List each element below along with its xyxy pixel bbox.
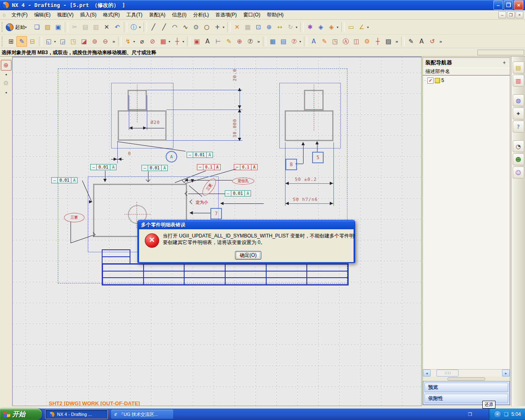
- navigator-hscrollbar[interactable]: ◂ ▸: [423, 369, 510, 377]
- snap-point-button[interactable]: ⚙: [1, 78, 11, 89]
- dimension-text-20[interactable]: 20.0: [232, 68, 237, 81]
- minimize-button[interactable]: –: [493, 0, 503, 10]
- view-dropdown[interactable]: ▾: [294, 22, 299, 32]
- red-note[interactable]: 定为小: [196, 200, 208, 205]
- dimension-dropdown[interactable]: ▾: [132, 36, 137, 47]
- dock-collapse-arrow[interactable]: ◂: [1, 71, 11, 77]
- edit-dimension-button[interactable]: ◳: [330, 36, 340, 47]
- view-boundary-button[interactable]: ◫: [351, 36, 362, 47]
- window-titlebar[interactable]: NX 4 - Drafting - [5.prt （修改的） ] – ❐ ×: [0, 0, 525, 10]
- panel-splitter[interactable]: [423, 377, 510, 381]
- profile-button[interactable]: ╱: [148, 22, 159, 32]
- surface-finish-button[interactable]: ✎: [224, 36, 234, 47]
- zoom-window-button[interactable]: ⊡: [253, 22, 264, 32]
- new-file-button[interactable]: ❏: [32, 22, 42, 32]
- network-icon[interactable]: ❑: [504, 411, 509, 417]
- edit-leader-button[interactable]: ⚙: [362, 36, 372, 47]
- scroll-right-button[interactable]: ▸: [502, 370, 510, 377]
- view-overflow[interactable]: »: [111, 36, 117, 47]
- zoom-in-out-button[interactable]: ⊕: [264, 22, 274, 32]
- fit-view-button[interactable]: ✕: [232, 22, 242, 32]
- scroll-left-button[interactable]: ◂: [423, 370, 431, 377]
- menu-file[interactable]: 文件(F): [8, 10, 31, 20]
- clock-icon[interactable]: ◔: [513, 140, 524, 152]
- datum-feature-symbol[interactable]: A: [166, 151, 177, 162]
- detail-view-button[interactable]: ⊚: [89, 36, 100, 47]
- edit-overflow[interactable]: »: [394, 36, 400, 47]
- measure-dropdown[interactable]: ▾: [365, 22, 370, 32]
- dimension-text-50fit[interactable]: 50 h7/n6: [293, 197, 318, 202]
- system-menu-icon[interactable]: ⌂: [0, 12, 8, 18]
- edit-sheet-button[interactable]: ✎: [16, 36, 27, 47]
- preview-panel-bar[interactable]: 预览: [425, 383, 508, 392]
- toolbar-grip-2[interactable]: [2, 37, 4, 46]
- save-file-button[interactable]: ▣: [53, 22, 64, 32]
- centerline-dropdown[interactable]: ▾: [181, 36, 186, 47]
- cylindrical-dimension-button[interactable]: ⌀: [137, 36, 147, 47]
- balloon-7[interactable]: 7: [210, 208, 222, 219]
- start-menu-label[interactable]: 起始: [15, 24, 25, 31]
- help-icon[interactable]: ?: [513, 121, 524, 132]
- table-dropdown[interactable]: ▾: [298, 36, 303, 47]
- edit-appended-text-button[interactable]: ✎: [319, 36, 330, 47]
- menu-edit[interactable]: 编辑(E): [31, 10, 54, 20]
- menu-preferences[interactable]: 首选项(P): [212, 10, 240, 20]
- selection-filter-button[interactable]: ⊕: [1, 60, 11, 71]
- open-file-button[interactable]: ▨: [42, 22, 53, 32]
- display-dropdown[interactable]: ▾: [335, 22, 340, 32]
- stamp-label-left[interactable]: 三更: [64, 213, 84, 222]
- taskbar-toolbar-handle-icon[interactable]: ❐: [468, 412, 472, 417]
- side-view-body[interactable]: [285, 110, 333, 141]
- line-button[interactable]: ╱: [159, 22, 169, 32]
- spline-button[interactable]: ∿: [180, 22, 191, 32]
- fcf-flatness-001-b[interactable]: —0.01A: [91, 164, 116, 170]
- edit-origin-button[interactable]: ┼: [372, 36, 383, 47]
- fcf-flatness-001-a[interactable]: —0.01A: [187, 152, 213, 158]
- visual-palette-button[interactable]: ✱: [305, 22, 315, 32]
- start-button[interactable]: 开始: [0, 409, 42, 420]
- web-browser-icon[interactable]: ◍: [513, 94, 524, 106]
- user-icon[interactable]: ☺: [513, 167, 524, 178]
- pan-button[interactable]: ↔: [274, 22, 285, 32]
- fcf-flatness-001-e[interactable]: —0.01A: [225, 190, 251, 196]
- section-line-dropdown[interactable]: ▾: [167, 36, 172, 47]
- dimension-text-30[interactable]: 30.000: [232, 119, 237, 138]
- delete-button[interactable]: ✕: [101, 22, 112, 32]
- arc-button[interactable]: ◠: [169, 22, 180, 32]
- update-display-button[interactable]: ◈: [315, 22, 326, 32]
- move-rotate-view-button[interactable]: ↺: [427, 36, 438, 47]
- section-view-button[interactable]: ◪: [79, 36, 89, 47]
- start-menu-group[interactable]: 起始 ▾: [6, 23, 29, 31]
- taskbar-task-nx[interactable]: NX 4 - Drafting ...: [45, 409, 108, 419]
- tree-item-5[interactable]: ┈ ✓ 5: [424, 77, 509, 84]
- scroll-thumb[interactable]: [436, 370, 459, 377]
- zoom-region-button[interactable]: ▩: [242, 22, 253, 32]
- splitter-grip[interactable]: [447, 377, 485, 381]
- mdi-minimize-button[interactable]: –: [498, 11, 506, 18]
- curve-dropdown[interactable]: ▾: [221, 22, 226, 32]
- fcf-flatness-01-b[interactable]: —0.1A: [234, 164, 258, 170]
- cut-button[interactable]: ✂: [69, 22, 80, 32]
- assembly-navigator-icon[interactable]: ▤: [513, 62, 524, 73]
- edit-hatch-button[interactable]: ▨: [383, 36, 394, 47]
- menu-information[interactable]: 信息(I): [169, 10, 189, 20]
- fcf-flatness-001-d[interactable]: —0.01A: [52, 177, 78, 183]
- menu-insert[interactable]: 插入(S): [77, 10, 100, 20]
- fcf-flatness-01-a[interactable]: —0.1A: [197, 164, 221, 170]
- start-dropdown-icon[interactable]: ▾: [25, 25, 29, 29]
- text-editor-button[interactable]: A: [416, 36, 427, 47]
- menu-assemblies[interactable]: 装配(A): [146, 10, 169, 20]
- measure-distance-button[interactable]: ▭: [346, 22, 356, 32]
- front-view-body[interactable]: [118, 110, 167, 141]
- tray-collapse-button[interactable]: <: [494, 411, 501, 418]
- imported-view-button[interactable]: ◳: [68, 36, 79, 47]
- stamp-label-right[interactable]: 定位孔: [232, 178, 254, 185]
- navigator-column-header[interactable]: 描述部件名: [423, 68, 510, 75]
- target-point-button[interactable]: ⊕: [234, 36, 245, 47]
- edit-text-button[interactable]: A: [308, 36, 319, 47]
- dimension-text-zero[interactable]: 0: [128, 151, 131, 156]
- undo-button[interactable]: ↶: [112, 22, 123, 32]
- part-navigator-icon[interactable]: ▥: [513, 75, 524, 87]
- balloon-8[interactable]: 8: [285, 159, 297, 170]
- menu-analysis[interactable]: 分析(L): [190, 10, 212, 20]
